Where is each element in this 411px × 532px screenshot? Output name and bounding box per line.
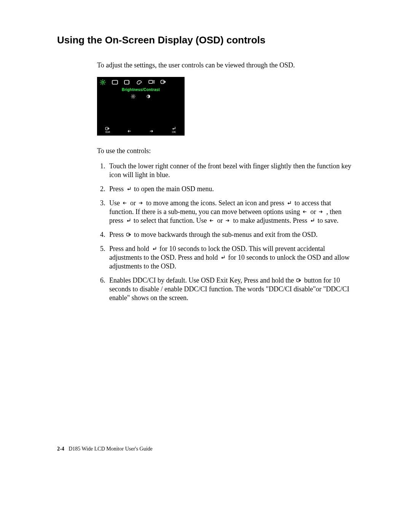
right-icon [318, 209, 325, 215]
page-heading: Using the On-Screen Display (OSD) contro… [57, 34, 354, 46]
exit-icon [296, 278, 303, 283]
intro-text: To adjust the settings, the user control… [97, 61, 354, 69]
osd-footer: ExitOK [97, 125, 185, 136]
exit-icon [160, 79, 167, 85]
step-4: Press to move backwards through the sub-… [107, 230, 354, 239]
image-props-icon [136, 79, 143, 85]
step-3: Use or to move among the icons. Select a… [107, 199, 354, 225]
sun-icon [131, 94, 136, 99]
image-setup-icon [124, 79, 131, 85]
osd-figure: Brightness/Contrast ExitOK [97, 77, 354, 136]
osd-body [97, 102, 185, 125]
step-2: Press to open the main OSD menu. [107, 185, 354, 193]
osd-title: Brightness/Contrast [97, 86, 185, 94]
brightness-icon [99, 79, 106, 85]
exit-icon [105, 126, 110, 130]
step-1: Touch the lower right conner of the fron… [107, 162, 354, 179]
footer-title: D185 Wide LCD Monitor User's Guide [68, 446, 153, 452]
left-icon [302, 209, 309, 215]
steps-list: Touch the lower right conner of the fron… [97, 162, 354, 302]
exit-icon [126, 232, 132, 238]
enter-icon [126, 187, 132, 192]
options-icon [148, 79, 155, 85]
enter-icon [309, 218, 316, 224]
step-6: Enables DDC/CI by default. Use OSD Exit … [107, 276, 354, 302]
osd-footer-ok: OK [171, 126, 177, 133]
right-icon [225, 218, 231, 224]
right-icon [138, 201, 145, 206]
right-icon [149, 129, 155, 133]
steps-lead: To use the controls: [97, 147, 354, 155]
osd-panel: Brightness/Contrast ExitOK [97, 77, 185, 136]
left-icon [127, 129, 132, 133]
page-footer: 2-4 D185 Wide LCD Monitor User's Guide [57, 446, 153, 452]
osd-footer-right [149, 129, 155, 133]
enter-icon [151, 246, 158, 252]
page-number: 2-4 [57, 446, 64, 452]
enter-icon [220, 255, 226, 260]
osd-tab-row [97, 77, 185, 86]
left-icon [209, 218, 215, 224]
enter-icon [125, 218, 132, 224]
osd-footer-exit: Exit [105, 126, 110, 133]
enter-icon [171, 126, 177, 130]
osd-footer-exit-label: Exit [105, 131, 110, 133]
osd-footer-ok-label: OK [172, 131, 176, 133]
osd-sub-row [97, 94, 185, 102]
left-icon [122, 201, 129, 206]
enter-icon [286, 201, 293, 206]
step-5: Press and hold for 10 seconds to lock th… [107, 244, 354, 271]
contrast-icon [146, 94, 151, 99]
osd-footer-left [127, 129, 132, 133]
position-icon [112, 79, 118, 85]
